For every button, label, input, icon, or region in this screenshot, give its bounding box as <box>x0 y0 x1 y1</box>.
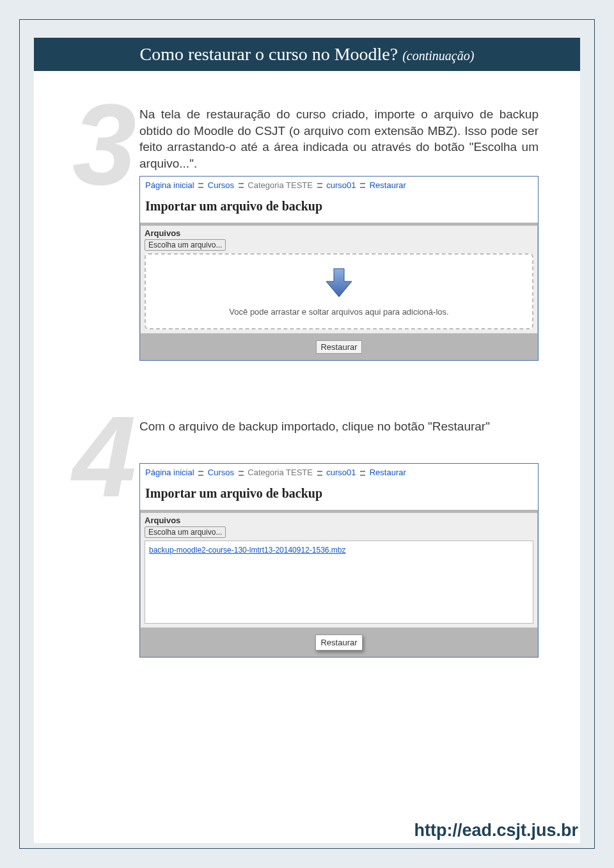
step-3-text: Na tela de restauração do curso criado, … <box>139 106 539 172</box>
restore-button[interactable]: Restaurar <box>316 340 361 354</box>
step-3: 3 Na tela de restauração do curso criado… <box>34 106 580 361</box>
restore-button[interactable]: Restaurar <box>315 635 362 651</box>
choose-file-button[interactable]: Escolha um arquivo... <box>145 239 226 251</box>
restore-row: Restaurar <box>140 628 538 657</box>
page-title: Como restaurar o curso no Moodle? <box>140 44 398 64</box>
step-4-text: Com o arquivo de backup importado, cliqu… <box>139 418 539 435</box>
breadcrumb: Página inicial Cursos Categoria TESTE cu… <box>145 180 533 199</box>
panel-title: Importar um arquivo de backup <box>145 486 533 506</box>
breadcrumb-sep-icon <box>360 183 365 188</box>
step-number-3: 3 <box>72 87 136 202</box>
files-panel: Arquivos Escolha um arquivo... backup-mo… <box>140 512 538 628</box>
page-frame: Como restaurar o curso no Moodle? (conti… <box>19 19 595 849</box>
breadcrumb-sep-icon <box>239 183 244 188</box>
breadcrumb: Página inicial Cursos Categoria TESTE cu… <box>145 468 533 486</box>
breadcrumb-sep-icon <box>198 471 203 476</box>
files-legend: Arquivos <box>141 513 537 525</box>
panel-title: Importar um arquivo de backup <box>145 199 533 219</box>
breadcrumb-curso[interactable]: curso01 <box>326 180 356 190</box>
breadcrumb-curso[interactable]: curso01 <box>326 468 356 477</box>
screenshot-3-inner: Página inicial Cursos Categoria TESTE cu… <box>140 177 538 223</box>
screenshot-4: Página inicial Cursos Categoria TESTE cu… <box>139 463 539 658</box>
breadcrumb-restaurar[interactable]: Restaurar <box>370 468 406 477</box>
screenshot-3: Página inicial Cursos Categoria TESTE cu… <box>139 176 539 361</box>
page-title-suffix: (continuação) <box>402 49 474 63</box>
content-area: 3 Na tela de restauração do curso criado… <box>34 71 580 843</box>
breadcrumb-restaurar[interactable]: Restaurar <box>370 180 406 190</box>
step-4: 4 Com o arquivo de backup importado, cli… <box>34 418 580 658</box>
breadcrumb-categoria: Categoria TESTE <box>248 180 313 190</box>
files-legend: Arquivos <box>141 226 537 238</box>
breadcrumb-sep-icon <box>317 183 322 188</box>
dropzone-text: Você pode arrastar e soltar arquivos aqu… <box>151 307 527 317</box>
choose-file-button[interactable]: Escolha um arquivo... <box>145 526 226 538</box>
footer-url: http://ead.csjt.jus.br <box>414 821 578 840</box>
screenshot-4-inner: Página inicial Cursos Categoria TESTE cu… <box>140 464 538 510</box>
breadcrumb-sep-icon <box>317 471 322 476</box>
page-title-bar: Como restaurar o curso no Moodle? (conti… <box>34 38 580 71</box>
breadcrumb-categoria: Categoria TESTE <box>248 468 313 477</box>
breadcrumb-cursos[interactable]: Cursos <box>208 468 234 477</box>
breadcrumb-cursos[interactable]: Cursos <box>208 180 234 190</box>
step-number-4: 4 <box>72 399 136 514</box>
uploaded-file-link[interactable]: backup-moodle2-course-130-lmtrt13-201409… <box>149 546 346 555</box>
breadcrumb-sep-icon <box>198 183 203 188</box>
breadcrumb-home[interactable]: Página inicial <box>145 180 194 190</box>
breadcrumb-sep-icon <box>360 471 365 476</box>
dropzone[interactable]: Você pode arrastar e soltar arquivos aqu… <box>145 253 533 329</box>
download-arrow-icon <box>151 266 527 299</box>
restore-row: Restaurar <box>140 334 538 360</box>
breadcrumb-sep-icon <box>239 471 244 476</box>
breadcrumb-home[interactable]: Página inicial <box>145 468 194 477</box>
file-list: backup-moodle2-course-130-lmtrt13-201409… <box>145 541 533 624</box>
files-panel: Arquivos Escolha um arquivo... <box>140 225 538 334</box>
